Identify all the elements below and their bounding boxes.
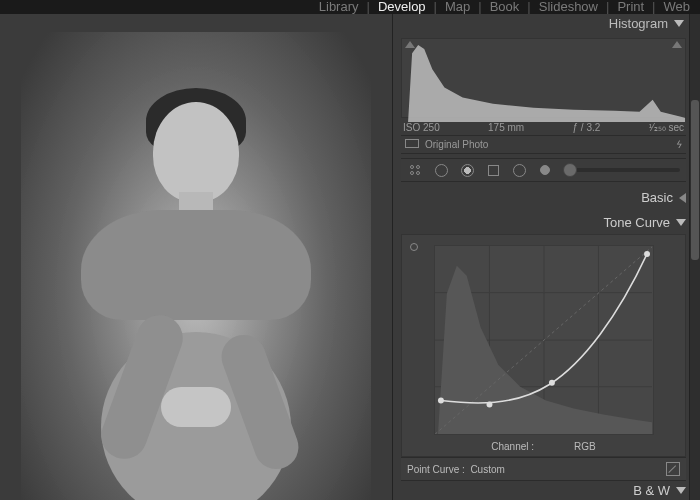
right-panel: Histogram ISO 250 175 mm ƒ / 3.2 ¹⁄₂₅₀ s… <box>392 14 700 500</box>
scrollbar-thumb[interactable] <box>691 100 699 260</box>
svg-point-9 <box>548 380 554 386</box>
svg-point-7 <box>437 398 443 404</box>
tab-web[interactable]: Web <box>664 0 691 14</box>
flash-icon: ϟ <box>675 139 682 150</box>
tab-separator: | <box>367 0 370 14</box>
redeye-tool[interactable] <box>459 162 475 178</box>
tool-slider[interactable] <box>563 168 680 172</box>
exif-aperture: ƒ / 3.2 <box>572 122 600 133</box>
tab-library[interactable]: Library <box>319 0 359 14</box>
bw-title: B & W <box>633 483 670 498</box>
tab-slideshow[interactable]: Slideshow <box>539 0 598 14</box>
local-tools-strip <box>401 158 686 182</box>
bw-header[interactable]: B & W <box>401 481 686 500</box>
tone-curve-title: Tone Curve <box>604 215 670 230</box>
exif-iso: ISO 250 <box>403 122 440 133</box>
point-curve-value[interactable]: Custom <box>470 464 504 475</box>
target-adjust-icon[interactable] <box>410 243 418 251</box>
grad-tool[interactable] <box>485 162 501 178</box>
svg-point-8 <box>486 402 492 408</box>
exif-row: ISO 250 175 mm ƒ / 3.2 ¹⁄₂₅₀ sec <box>401 120 686 135</box>
tab-separator: | <box>527 0 530 14</box>
channel-row: Channel : RGB <box>410 437 677 452</box>
histogram-header[interactable]: Histogram <box>393 14 700 34</box>
basic-header[interactable]: Basic <box>401 188 686 207</box>
tab-separator: | <box>478 0 481 14</box>
panel-scrollbar[interactable] <box>689 14 700 500</box>
slider-knob[interactable] <box>563 163 577 177</box>
tab-separator: | <box>652 0 655 14</box>
tab-book[interactable]: Book <box>490 0 520 14</box>
collapse-icon <box>676 219 686 226</box>
tab-separator: | <box>434 0 437 14</box>
tone-curve-plot[interactable] <box>434 245 654 435</box>
tone-curve-panel: Channel : RGB <box>401 234 686 457</box>
svg-point-10 <box>644 251 650 257</box>
preview-area <box>0 14 392 500</box>
original-photo-row[interactable]: Original Photo ϟ <box>401 135 686 154</box>
point-curve-edit-icon[interactable] <box>666 462 680 476</box>
tab-separator: | <box>606 0 609 14</box>
collapse-icon <box>674 20 684 27</box>
basic-title: Basic <box>641 190 673 205</box>
exif-focal: 175 mm <box>488 122 524 133</box>
channel-label: Channel : <box>491 441 534 452</box>
radial-tool[interactable] <box>511 162 527 178</box>
histogram-title: Histogram <box>609 16 668 31</box>
module-tabs: Library | Develop | Map | Book | Slidesh… <box>0 0 700 14</box>
brush-tool[interactable] <box>537 162 553 178</box>
collapsed-icon <box>679 193 686 203</box>
original-photo-label: Original Photo <box>425 139 488 150</box>
point-curve-row: Point Curve : Custom <box>401 457 686 481</box>
frame-icon <box>405 139 419 148</box>
point-curve-label: Point Curve : <box>407 464 465 475</box>
tab-map[interactable]: Map <box>445 0 470 14</box>
tone-curve-header[interactable]: Tone Curve <box>401 213 686 232</box>
photo-preview[interactable] <box>21 32 371 500</box>
exif-shutter: ¹⁄₂₅₀ sec <box>649 122 684 133</box>
channel-value[interactable]: RGB <box>574 441 596 452</box>
tab-develop[interactable]: Develop <box>378 0 426 14</box>
collapse-icon <box>676 487 686 494</box>
histogram-plot[interactable] <box>401 38 686 119</box>
spot-tool[interactable] <box>433 162 449 178</box>
tab-print[interactable]: Print <box>617 0 644 14</box>
crop-tool[interactable] <box>407 162 423 178</box>
